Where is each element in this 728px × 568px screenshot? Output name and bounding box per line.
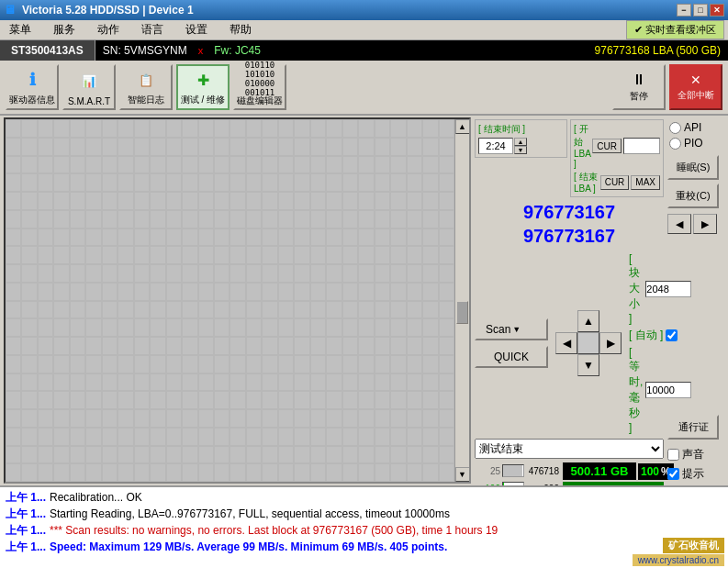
nav-left-button[interactable]: ◀ — [555, 332, 577, 354]
time-spin-down[interactable]: ▼ — [514, 146, 527, 154]
scroll-up-arrow[interactable]: ▲ — [455, 119, 470, 134]
lba-display-top: 976773167 — [475, 201, 664, 223]
status-line-2: 上午 1... Starting Reading, LBA=0..9767731… — [6, 506, 722, 522]
nav-right-button[interactable]: ▶ — [599, 332, 622, 354]
right-small-btn[interactable]: ▶ — [693, 214, 717, 234]
menu-item-service[interactable]: 服务 — [48, 20, 81, 39]
status-bar: 上午 1... Recalibration... OK 上午 1... Star… — [0, 485, 728, 568]
menu-item-file[interactable]: 菜单 — [4, 20, 37, 39]
hex-editor-label: 磁盘编辑器 — [237, 95, 283, 107]
time-input[interactable] — [478, 138, 513, 154]
status-text-1: Recalibration... OK — [50, 489, 142, 506]
toolbar: ℹ 驱动器信息 📊 S.M.A.R.T 📋 智能日志 ✚ 测试 / 维修 010… — [0, 61, 728, 116]
gb-pct-row: 500.11 GB 100 % — [563, 462, 664, 480]
hint-label: 提示 — [682, 466, 704, 482]
nav-up-button[interactable]: ▲ — [577, 310, 599, 332]
watermark: 矿石收音机 www.crystalradio.cn — [633, 538, 724, 566]
smart-icon: 📊 — [76, 69, 102, 95]
menu-item-lang[interactable]: 语言 — [136, 20, 169, 39]
reboot-button[interactable]: 重校(C) — [667, 184, 719, 208]
sound-checkbox[interactable] — [667, 449, 679, 461]
small-arrow-buttons: ◀ ▶ — [667, 214, 726, 234]
max-lba-button[interactable]: MAX — [631, 175, 660, 190]
app-icon: 🖥 — [4, 3, 18, 17]
menu-item-help[interactable]: 帮助 — [224, 20, 257, 39]
hex-editor-button[interactable]: 010110101010010000001011 磁盘编辑器 — [233, 64, 286, 110]
smart-button[interactable]: 📊 S.M.A.R.T — [62, 64, 116, 110]
device-tab[interactable]: ST3500413AS — [0, 40, 95, 61]
scroll-down-arrow[interactable]: ▼ — [455, 467, 470, 482]
info-icon: ℹ — [19, 68, 45, 92]
pause-button[interactable]: ⏸ 暂停 — [612, 64, 666, 110]
lba-value-top: 976773167 — [475, 201, 664, 223]
status-line-4: 上午 1... Speed: Maximum 129 MB/s. Average… — [6, 539, 722, 555]
watermark-url: www.crystalradio.cn — [633, 554, 724, 566]
maximize-button[interactable]: □ — [693, 4, 708, 17]
status-time-3: 上午 1... — [6, 522, 46, 539]
device-sn-label: SN: 5VMSGYNM — [95, 42, 195, 59]
cur-end-lba-button[interactable]: CUR — [600, 175, 630, 190]
test-result-select[interactable]: 测试结束 — [475, 439, 664, 459]
pause-icon: ⏸ — [632, 72, 646, 88]
menu-item-settings[interactable]: 设置 — [180, 20, 213, 39]
hint-option[interactable]: 提示 — [667, 466, 726, 482]
log-icon: 📋 — [133, 68, 159, 92]
content-area: ▲ ▼ [ 结束时间 ] ▲ ▼ — [0, 116, 728, 485]
graph-scrollbar[interactable]: ▲ ▼ — [454, 119, 469, 482]
sleep-button[interactable]: 睡眠(S) — [667, 155, 719, 180]
api-radio[interactable] — [669, 122, 681, 134]
realtime-buffer-btn[interactable]: ✔ 实时查看缓冲区 — [626, 20, 724, 39]
status-line-3: 上午 1... *** Scan results: no warnings, n… — [6, 522, 722, 539]
lba-start-input[interactable] — [623, 138, 660, 154]
test-repair-button[interactable]: ✚ 测试 / 维修 — [176, 64, 230, 110]
pio-option[interactable]: PIO — [669, 137, 724, 150]
device-close-btn[interactable]: x — [195, 45, 207, 56]
sound-option[interactable]: 声音 — [667, 447, 726, 462]
nav-empty-tl — [555, 310, 577, 332]
nav-empty-br — [599, 354, 622, 376]
quick-button[interactable]: QUICK — [475, 346, 548, 368]
scan-button[interactable]: Scan ▼ — [475, 318, 548, 340]
test-repair-label: 测试 / 维修 — [181, 94, 225, 106]
minimize-button[interactable]: − — [677, 4, 691, 17]
stop-all-label: 全部中断 — [678, 89, 714, 102]
smart-label: S.M.A.R.T — [68, 96, 110, 106]
log-button[interactable]: 📋 智能日志 — [119, 64, 173, 110]
scroll-thumb[interactable] — [456, 301, 468, 324]
nav-empty-tr — [599, 310, 622, 332]
lba-controls: [ 结束时间 ] ▲ ▼ [ 开始 LBA ] CUR — [475, 119, 664, 197]
hex-icon: 010110101010010000001011 — [247, 67, 273, 93]
api-option[interactable]: API — [669, 121, 724, 134]
status-text-2: Starting Reading, LBA=0..976773167, FULL… — [50, 506, 450, 522]
left-small-btn[interactable]: ◀ — [667, 214, 691, 234]
stop-all-button[interactable]: ✕ 全部中断 — [669, 64, 722, 110]
status-line-1: 上午 1... Recalibration... OK — [6, 489, 722, 506]
menu-item-action[interactable]: 动作 — [92, 20, 125, 39]
menu-bar: 菜单 服务 动作 语言 设置 帮助 ✔ 实时查看缓冲区 — [0, 20, 728, 40]
watermark-radio: 矿石收音机 — [663, 538, 724, 553]
navigation-arrows: ▲ ◀ ▶ ▼ — [555, 310, 622, 376]
nav-down-button[interactable]: ▼ — [577, 354, 599, 376]
cur-lba-button[interactable]: CUR — [592, 139, 622, 153]
window-title: Victoria 5.28 HDD/SSD | Device 1 — [22, 4, 677, 17]
passmark-button[interactable]: 通行证 — [667, 415, 719, 440]
hint-checkbox[interactable] — [667, 468, 679, 480]
nav-center — [577, 332, 599, 354]
stat-bar-25 — [502, 464, 524, 477]
center-panel: [ 结束时间 ] ▲ ▼ [ 开始 LBA ] CUR — [473, 116, 666, 485]
end-time-label: [ 结束时间 ] — [478, 123, 525, 136]
close-button[interactable]: ✕ — [710, 4, 724, 17]
time-spin-up[interactable]: ▲ — [514, 138, 527, 146]
scan-nav-row: Scan ▼ QUICK ▲ ◀ ▶ ▼ [ 块大小 ] — [475, 252, 664, 434]
start-lba-section: [ 开始 LBA ] CUR [ 结束 LBA ] CUR MAX — [570, 119, 664, 197]
status-time-4: 上午 1... — [6, 539, 46, 555]
device-bar: ST3500413AS SN: 5VMSGYNM x Fw: JC45 9767… — [0, 40, 728, 61]
status-time-1: 上午 1... — [6, 489, 46, 506]
scan-quick-col: Scan ▼ QUICK — [475, 318, 548, 368]
drive-info-button[interactable]: ℹ 驱动器信息 — [6, 64, 59, 110]
nav-empty-bl — [555, 354, 577, 376]
api-pio-section: API PIO — [667, 119, 726, 151]
pio-radio[interactable] — [669, 138, 681, 150]
lba-value-bottom: 976773167 — [475, 225, 664, 247]
stat-fill-25 — [503, 465, 522, 476]
